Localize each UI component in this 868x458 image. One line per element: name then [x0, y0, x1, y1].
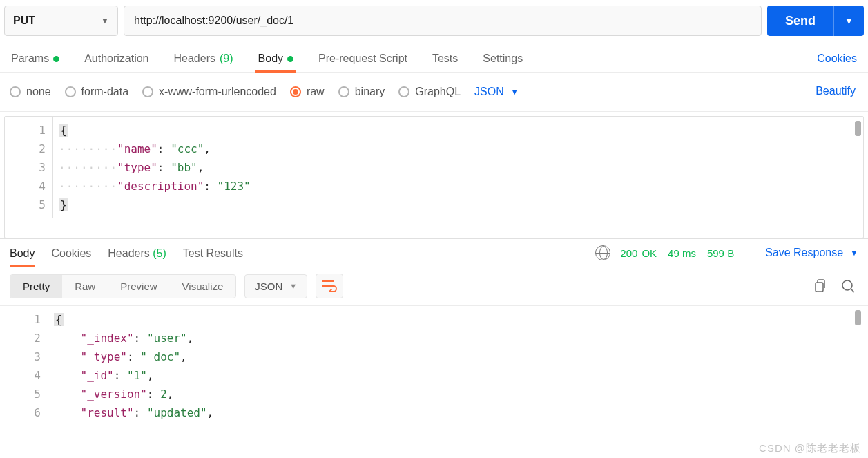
body-type-form-data[interactable]: form-data [65, 86, 128, 98]
tab-pre-request-script[interactable]: Pre-request Script [316, 47, 410, 72]
editor-gutter: 123456 [4, 306, 48, 426]
view-mode-visualize[interactable]: Visualize [170, 275, 236, 298]
chevron-down-icon: ▼ [289, 282, 297, 290]
body-type-none[interactable]: none [10, 86, 51, 98]
response-tab-cookies[interactable]: Cookies [51, 239, 91, 267]
tab-headers[interactable]: Headers (9) [171, 47, 236, 72]
search-button[interactable] [838, 276, 858, 296]
request-body-editor[interactable]: 12345 {········"name": "ccc",········"ty… [5, 117, 863, 218]
send-button[interactable]: Send [767, 6, 833, 36]
send-more-button[interactable]: ▼ [833, 6, 864, 36]
wrap-lines-button[interactable] [316, 274, 343, 298]
scrollbar-thumb[interactable] [855, 121, 861, 136]
copy-button[interactable] [809, 276, 829, 296]
tab-body[interactable]: Body [255, 47, 296, 72]
tab-tests[interactable]: Tests [430, 47, 461, 72]
view-mode-raw[interactable]: Raw [62, 275, 108, 298]
chevron-down-icon: ▼ [845, 15, 854, 26]
response-status: 200 OK [620, 247, 657, 259]
editor-content: { "_index": "user", "_type": "_doc", "_i… [48, 306, 868, 426]
response-tab-body[interactable]: Body [10, 239, 35, 267]
http-method-label: PUT [13, 15, 35, 27]
response-view-modes: PrettyRawPreviewVisualize [10, 274, 236, 298]
body-format-select[interactable]: JSON▼ [474, 86, 519, 98]
request-tabs: Params AuthorizationHeaders (9)Body Pre-… [0, 41, 868, 73]
globe-icon[interactable] [595, 245, 610, 260]
wrap-icon [322, 280, 337, 292]
tab-settings[interactable]: Settings [480, 47, 525, 72]
body-type-x-www-form-urlencoded[interactable]: x-www-form-urlencoded [142, 86, 276, 98]
body-type-row: noneform-datax-www-form-urlencodedrawbin… [0, 73, 868, 112]
editor-content[interactable]: {········"name": "ccc",········"type": "… [53, 117, 863, 218]
svg-point-1 [842, 280, 852, 290]
chevron-down-icon: ▼ [511, 88, 519, 96]
cookies-link[interactable]: Cookies [814, 47, 860, 72]
beautify-button[interactable]: Beautify [813, 79, 858, 104]
body-type-graphql[interactable]: GraphQL [398, 86, 461, 98]
url-value: http://localhost:9200/user/_doc/1 [134, 15, 293, 27]
response-tab-test-results[interactable]: Test Results [183, 239, 243, 267]
svg-rect-0 [816, 283, 823, 292]
tab-authorization[interactable]: Authorization [81, 47, 151, 72]
search-icon [840, 278, 856, 294]
save-response-button[interactable]: Save Response ▼ [765, 247, 858, 259]
http-method-select[interactable]: PUT ▼ [4, 6, 118, 36]
response-tab-headers[interactable]: Headers (5) [108, 239, 166, 267]
response-body-viewer[interactable]: 123456 { "_index": "user", "_type": "_do… [0, 306, 868, 426]
chevron-down-icon: ▼ [850, 248, 858, 258]
response-size: 599 B [707, 247, 734, 259]
tab-params[interactable]: Params [8, 47, 62, 72]
editor-gutter: 12345 [5, 117, 53, 218]
body-type-raw[interactable]: raw [290, 86, 325, 98]
response-format-select[interactable]: JSON ▼ [244, 274, 307, 298]
chevron-down-icon: ▼ [101, 16, 109, 26]
view-mode-pretty[interactable]: Pretty [10, 275, 62, 298]
scrollbar-thumb[interactable] [855, 310, 861, 325]
response-time: 49 ms [668, 247, 696, 259]
copy-icon [812, 279, 826, 293]
body-type-binary[interactable]: binary [338, 86, 385, 98]
url-input[interactable]: http://localhost:9200/user/_doc/1 [124, 6, 762, 36]
svg-line-2 [851, 289, 854, 292]
view-mode-preview[interactable]: Preview [108, 275, 169, 298]
